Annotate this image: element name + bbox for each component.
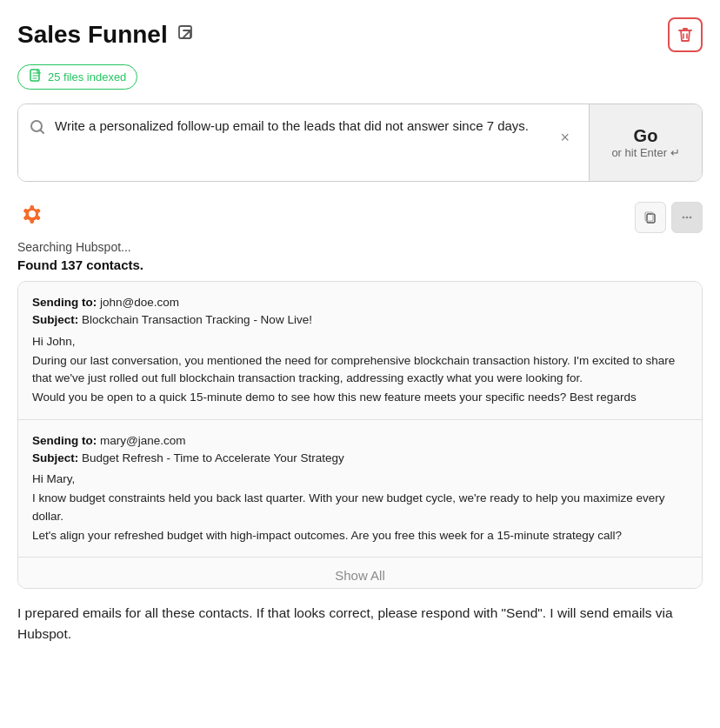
search-container: Write a personalized follow-up email to … [17, 104, 703, 182]
search-clear-icon[interactable]: × [551, 117, 578, 159]
search-input[interactable]: Write a personalized follow-up email to … [55, 117, 543, 169]
hubspot-actions [635, 202, 703, 233]
search-icon [29, 118, 46, 140]
hubspot-header [17, 199, 703, 235]
files-badge-icon [29, 69, 43, 85]
header-left: Sales Funnel [17, 21, 196, 49]
greeting-2: Hi Mary, [32, 471, 688, 488]
svg-point-8 [686, 216, 689, 218]
copy-button[interactable] [635, 202, 666, 233]
greeting-1: Hi John, [32, 333, 688, 351]
svg-point-4 [29, 210, 36, 217]
svg-point-7 [683, 216, 685, 218]
subject-2: Subject: Budget Refresh - Time to Accele… [32, 450, 688, 467]
go-button-label: Go [634, 126, 658, 146]
files-badge-label: 25 files indexed [48, 70, 126, 83]
emails-container: Sending to: john@doe.com Subject: Blockc… [17, 281, 703, 589]
share-icon[interactable] [177, 23, 196, 47]
hubspot-logo-icon [17, 199, 47, 235]
search-input-area: Write a personalized follow-up email to … [18, 104, 589, 181]
page-header: Sales Funnel [17, 17, 703, 52]
body-2-line1: I know budget constraints held you back … [32, 490, 688, 525]
sending-to-2: Sending to: mary@jane.com [32, 432, 688, 450]
go-button-hint: or hit Enter ↵ [611, 146, 679, 159]
found-text: Found 137 contacts. [17, 257, 703, 272]
show-all-button[interactable]: Show All [335, 568, 385, 583]
go-button[interactable]: Go or hit Enter ↵ [589, 104, 702, 181]
closing-message: I prepared emails for all these contacts… [17, 603, 703, 645]
searching-text: Searching Hubspot... [17, 240, 703, 254]
email-card-2: Sending to: mary@jane.com Subject: Budge… [18, 419, 702, 558]
show-all-row: Show All [18, 557, 702, 588]
results-section: Searching Hubspot... Found 137 contacts.… [17, 199, 703, 589]
files-badge: 25 files indexed [17, 64, 137, 90]
body-2-line2: Let's align your refreshed budget with h… [32, 527, 688, 544]
subject-1: Subject: Blockchain Transaction Tracking… [32, 311, 688, 329]
email-card-1: Sending to: john@doe.com Subject: Blockc… [18, 282, 702, 419]
sending-to-1: Sending to: john@doe.com [32, 294, 688, 311]
svg-point-9 [690, 216, 692, 218]
body-1-line1: During our last conversation, you mentio… [32, 352, 688, 388]
hubspot-left [17, 199, 47, 235]
body-1-line2: Would you be open to a quick 15-minute d… [32, 389, 688, 406]
more-button[interactable] [671, 202, 703, 233]
delete-button[interactable] [668, 17, 703, 52]
page-title: Sales Funnel [17, 21, 168, 49]
